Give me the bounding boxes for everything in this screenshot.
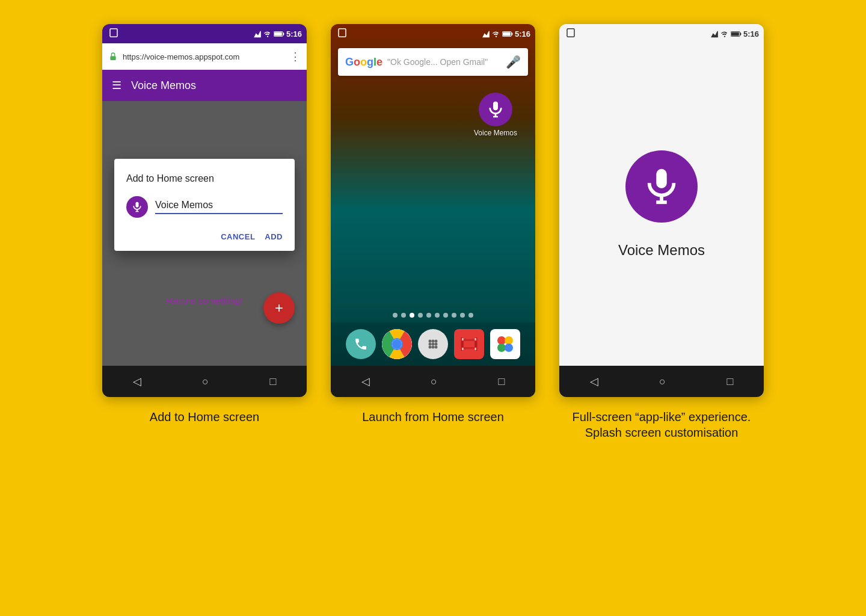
- svg-rect-14: [511, 32, 512, 35]
- svg-point-25: [435, 340, 438, 343]
- lock-icon: [108, 52, 118, 61]
- status-icons-1: 5:16: [253, 29, 302, 38]
- svg-rect-37: [462, 338, 464, 340]
- svg-point-24: [432, 340, 435, 343]
- nav-bar-2: ◁ ○ □: [331, 366, 535, 397]
- dot-10: [468, 313, 473, 318]
- address-bar[interactable]: https://voice-memos.appspot.com ⋮: [102, 43, 307, 70]
- svg-rect-10: [339, 29, 346, 37]
- signal-icon-2: [482, 29, 490, 38]
- back-button-2[interactable]: ◁: [361, 375, 370, 388]
- svg-point-29: [429, 346, 432, 349]
- dock-gallery-icon[interactable]: [490, 329, 520, 359]
- splash-mic-icon: [625, 150, 698, 223]
- time-1: 5:16: [286, 29, 302, 38]
- add-button[interactable]: ADD: [265, 232, 283, 241]
- home-button-1[interactable]: ○: [202, 375, 209, 388]
- phone-frame-icon-2: [337, 28, 348, 38]
- svg-point-42: [505, 336, 513, 345]
- google-search-bar[interactable]: Google "Ok Google... Open Gmail" 🎤: [338, 48, 528, 76]
- voice-memos-icon-label: Voice Memos: [474, 129, 517, 137]
- caption-2: Launch from Home screen: [362, 409, 504, 425]
- status-bar-2: 5:16: [331, 24, 535, 43]
- svg-point-27: [432, 343, 435, 346]
- google-mic-icon[interactable]: 🎤: [506, 55, 521, 69]
- recent-button-2[interactable]: □: [498, 375, 505, 388]
- splash-content: Voice Memos: [559, 43, 764, 366]
- dialog-mic-icon: [126, 196, 148, 218]
- svg-point-44: [505, 343, 513, 352]
- url-text: https://voice-memos.appspot.com: [123, 52, 285, 61]
- dot-9: [460, 313, 465, 318]
- home-icons-area: Voice Memos: [331, 81, 535, 308]
- signal-icon-3: [710, 29, 719, 38]
- dock: [331, 322, 535, 366]
- svg-point-41: [497, 336, 506, 345]
- dot-7: [443, 313, 448, 318]
- signal-icon: [253, 29, 262, 38]
- svg-marker-46: [711, 31, 718, 37]
- google-search-text: "Ok Google... Open Gmail": [387, 57, 501, 67]
- dot-5: [426, 313, 431, 318]
- dot-4: [418, 313, 423, 318]
- mic-icon-splash: [640, 165, 683, 208]
- dialog-buttons: CANCEL ADD: [126, 232, 283, 241]
- status-bar-3: 5:16: [559, 24, 764, 43]
- fab-button[interactable]: +: [263, 292, 295, 324]
- caption-1: Add to Home screen: [150, 409, 259, 425]
- dialog-input-row: [126, 196, 283, 218]
- voice-memos-home-icon[interactable]: Voice Memos: [474, 93, 517, 137]
- back-button-1[interactable]: ◁: [133, 375, 141, 388]
- dock-phone-icon[interactable]: [346, 329, 376, 359]
- app-header-1: ☰ Voice Memos: [102, 70, 307, 101]
- app-name-input[interactable]: [155, 200, 283, 214]
- google-logo: Google: [345, 56, 382, 69]
- status-bar-1: 5:16: [102, 24, 307, 43]
- dock-launcher-icon[interactable]: [418, 329, 448, 359]
- chrome-svg: [382, 329, 412, 359]
- battery-icon: [274, 30, 284, 37]
- svg-rect-4: [283, 32, 284, 35]
- phone-frame-icon-3: [565, 28, 576, 38]
- home-button-2[interactable]: ○: [431, 375, 437, 388]
- svg-rect-40: [474, 348, 476, 350]
- svg-rect-6: [110, 56, 115, 60]
- page-dots: [331, 308, 535, 322]
- svg-rect-45: [567, 29, 574, 37]
- svg-point-30: [432, 346, 435, 349]
- svg-rect-0: [110, 29, 117, 37]
- svg-rect-16: [493, 102, 498, 111]
- svg-point-23: [429, 340, 432, 343]
- svg-rect-7: [136, 202, 139, 208]
- home-button-3[interactable]: ○: [659, 375, 666, 388]
- phone2-container: 5:16 Google "Ok Google... Open Gmail" 🎤: [331, 24, 535, 425]
- wifi-icon: [263, 29, 272, 38]
- more-icon[interactable]: ⋮: [290, 50, 301, 63]
- phone1-container: 5:16 https://voice-memos.appspot.com ⋮ ☰…: [102, 24, 307, 425]
- svg-rect-39: [462, 348, 464, 350]
- dock-chrome-icon[interactable]: [382, 329, 412, 359]
- recent-button-3[interactable]: □: [726, 375, 733, 388]
- hamburger-icon[interactable]: ☰: [112, 79, 121, 92]
- voice-memos-icon-bg: [479, 93, 512, 126]
- dock-video-icon[interactable]: [454, 329, 484, 359]
- svg-rect-49: [740, 32, 741, 35]
- svg-point-47: [724, 35, 725, 37]
- cancel-button[interactable]: CANCEL: [221, 232, 255, 241]
- recent-button-1[interactable]: □: [269, 375, 276, 388]
- svg-point-2: [267, 35, 268, 37]
- grid-icon: [426, 337, 440, 351]
- svg-point-22: [392, 339, 402, 349]
- dot-2: [401, 313, 406, 318]
- wifi-icon-2: [492, 29, 500, 38]
- phone1: 5:16 https://voice-memos.appspot.com ⋮ ☰…: [102, 24, 307, 397]
- svg-point-12: [496, 35, 497, 37]
- svg-rect-38: [474, 338, 476, 340]
- phone2: 5:16 Google "Ok Google... Open Gmail" 🎤: [331, 24, 535, 397]
- battery-icon-3: [731, 30, 742, 37]
- svg-point-31: [435, 346, 438, 349]
- svg-rect-50: [731, 32, 739, 35]
- back-button-3[interactable]: ◁: [590, 375, 598, 388]
- dot-6: [435, 313, 440, 318]
- phone-call-icon: [354, 337, 368, 351]
